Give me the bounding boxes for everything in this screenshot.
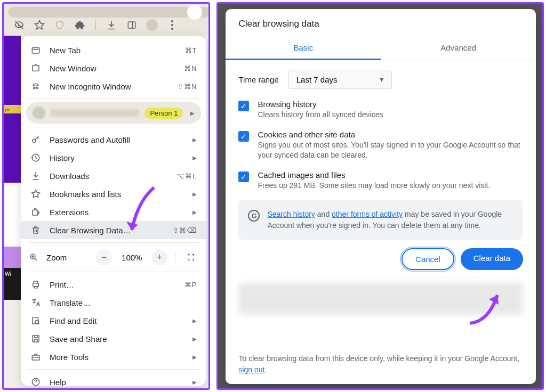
shield-icon[interactable]: [54, 19, 66, 31]
chevron-right-icon: ▶: [192, 336, 197, 342]
menu-find[interactable]: Find and Edit ▶: [21, 312, 206, 330]
menu-label: Save and Share: [50, 334, 182, 344]
left-panel: yin Wi New Tab ⌘T New Window ⌘N New Inco…: [2, 2, 210, 390]
time-range-row: Time range Last 7 days ▾: [238, 70, 523, 89]
shortcut: ⇧⌘N: [178, 83, 197, 91]
menu-save-share[interactable]: Save and Share ▶: [21, 330, 206, 348]
save-icon: [30, 333, 41, 344]
profile-row[interactable]: Person 1 ▶: [26, 102, 201, 124]
sidepanel-icon[interactable]: [126, 19, 138, 31]
svg-rect-6: [33, 210, 38, 215]
check-title: Cached images and files: [258, 170, 523, 179]
find-icon: [30, 315, 41, 326]
zoom-value: 100%: [119, 253, 144, 262]
menu-extensions[interactable]: Extensions ▶: [21, 203, 206, 221]
menu-dots-icon[interactable]: [166, 19, 178, 31]
checkbox[interactable]: ✓: [238, 172, 249, 182]
print-icon: [30, 279, 41, 290]
bookmark-star-icon: [30, 189, 41, 199]
menu-new-incognito[interactable]: New Incognito Window ⇧⌘N: [21, 77, 206, 95]
incognito-icon: [30, 81, 41, 92]
tab-basic[interactable]: Basic: [226, 37, 381, 60]
menu-passwords[interactable]: Passwords and Autofill ▶: [21, 130, 206, 149]
zoom-in-button[interactable]: +: [151, 249, 167, 265]
menu-label: More Tools: [50, 353, 182, 362]
chevron-right-icon: ▶: [192, 209, 197, 215]
toolbar-divider: [95, 20, 96, 30]
help-icon: [30, 377, 41, 386]
select-value: Last 7 days: [296, 75, 338, 84]
chevron-right-icon: ▶: [190, 110, 195, 116]
extensions-icon: [30, 207, 41, 217]
check-title: Cookies and other site data: [258, 130, 523, 139]
svg-rect-3: [33, 66, 39, 71]
zoom-label: Zoom: [46, 253, 89, 262]
chevron-right-icon: ▶: [192, 379, 197, 385]
menu-new-window[interactable]: New Window ⌘N: [21, 59, 206, 77]
separator: [28, 272, 199, 272]
footer-text: To clear browsing data from this device …: [226, 353, 536, 384]
tab-advanced[interactable]: Advanced: [381, 37, 536, 60]
time-range-label: Time range: [238, 75, 278, 84]
other-forms-link[interactable]: other forms of activity: [332, 210, 403, 218]
google-icon: G: [248, 210, 260, 222]
menu-label: Extensions: [50, 208, 182, 217]
tracking-icon[interactable]: [13, 19, 25, 31]
svg-marker-5: [32, 190, 40, 198]
menu-label: Translate…: [50, 298, 197, 307]
menu-history[interactable]: History ▶: [21, 149, 206, 167]
trash-icon: [30, 225, 41, 235]
download-icon[interactable]: [106, 19, 117, 31]
checkbox-cached: ✓ Cached images and files Frees up 291 M…: [238, 170, 523, 191]
menu-label: New Tab: [50, 46, 176, 55]
tab-icon: [30, 45, 41, 55]
window-icon: [30, 63, 41, 74]
menu-label: Print…: [50, 280, 176, 289]
blurred-content: [238, 283, 523, 315]
menu-label: Downloads: [50, 172, 168, 181]
menu-more-tools[interactable]: More Tools ▶: [21, 348, 206, 366]
divider: [175, 251, 175, 264]
checkbox-cookies: ✓ Cookies and other site data Signs you …: [238, 130, 523, 161]
menu-print[interactable]: Print… ⌘P: [21, 275, 206, 293]
address-bar-area: [8, 7, 210, 18]
profile-avatar[interactable]: [146, 19, 158, 31]
sign-out-link[interactable]: sign out: [238, 365, 264, 374]
svg-rect-1: [128, 22, 135, 28]
zoom-icon: [28, 252, 39, 263]
cancel-button[interactable]: Cancel: [402, 248, 454, 270]
menu-label: Bookmarks and lists: [50, 190, 182, 199]
info-box: G Search history and other forms of acti…: [238, 200, 523, 240]
menu-label: New Window: [50, 64, 175, 73]
menu-help[interactable]: Help ▶: [21, 373, 206, 386]
bookmark-star-icon[interactable]: [34, 19, 45, 31]
menu-clear-browsing-data[interactable]: Clear Browsing Data… ⇧⌘⌫: [21, 221, 206, 239]
chevron-right-icon: ▶: [192, 318, 197, 324]
checkbox[interactable]: ✓: [238, 101, 249, 111]
checkbox[interactable]: ✓: [238, 131, 249, 142]
right-panel: Clear browsing data Basic Advanced Time …: [216, 2, 544, 390]
separator: [28, 99, 199, 99]
zoom-out-button[interactable]: −: [96, 249, 112, 265]
menu-bookmarks[interactable]: Bookmarks and lists ▶: [21, 185, 206, 203]
menu-label: Passwords and Autofill: [50, 135, 182, 144]
translate-icon: [30, 297, 41, 308]
menu-translate[interactable]: Translate…: [21, 293, 206, 312]
clear-data-button[interactable]: Clear data: [461, 248, 523, 270]
shortcut: ⌘T: [185, 46, 197, 54]
checkbox-browsing-history: ✓ Browsing history Clears history from a…: [238, 100, 523, 120]
menu-downloads[interactable]: Downloads ⌥⌘L: [21, 167, 206, 185]
download-icon: [30, 170, 41, 181]
fullscreen-button[interactable]: [183, 249, 199, 265]
check-desc: Clears history from all synced devices: [258, 110, 523, 120]
search-history-link[interactable]: Search history: [267, 210, 315, 218]
shortcut: ⇧⌘⌫: [173, 226, 197, 234]
menu-label: Find and Edit: [50, 316, 182, 325]
extensions-icon[interactable]: [74, 19, 86, 31]
separator: [28, 242, 199, 243]
profile-badge: Person 1: [144, 108, 183, 119]
svg-marker-0: [35, 21, 44, 29]
menu-new-tab[interactable]: New Tab ⌘T: [21, 41, 206, 59]
chevron-right-icon: ▶: [192, 191, 197, 197]
time-range-select[interactable]: Last 7 days ▾: [288, 70, 392, 89]
